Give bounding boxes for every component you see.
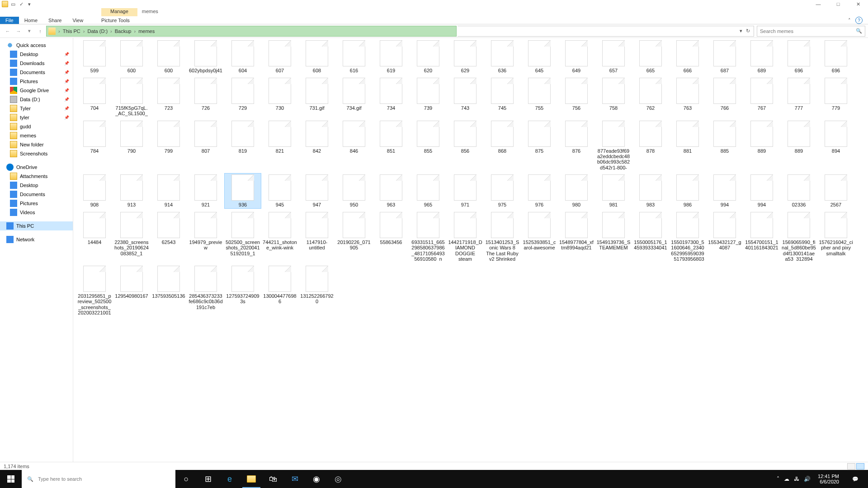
file-item[interactable]: 620 [410,39,447,75]
view-tab[interactable]: View [67,17,89,24]
sidebar-item-screenshots[interactable]: Screenshots [0,149,73,158]
file-item[interactable]: 1300044776986 [261,264,298,316]
onedrive-tray-icon[interactable]: ☁ [784,476,789,482]
file-item[interactable]: 855 [410,119,447,171]
file-item[interactable]: 975 [484,173,521,209]
file-item[interactable]: 766 [706,76,743,117]
file-item[interactable]: 657 [595,39,632,75]
file-item[interactable]: 723 [150,76,187,117]
chevron-right-icon[interactable]: › [109,28,113,34]
file-item[interactable]: 730 [261,76,298,117]
help-icon[interactable]: ? [855,17,863,24]
file-item[interactable]: 604 [224,39,261,75]
file-item[interactable]: 983 [632,173,669,209]
file-item[interactable]: 729 [224,76,261,117]
address-dropdown-icon[interactable]: ▾ [738,28,744,34]
file-item[interactable]: 665 [632,39,669,75]
sidebar-item-memes[interactable]: memes [0,131,73,140]
sidebar-item-quick-access[interactable]: Quick access [0,41,73,50]
breadcrumb-thispc[interactable]: This PC [63,28,80,34]
file-item[interactable]: 1513401253_Sonic Wars 8 The Last Ruby v2… [484,211,521,263]
file-item[interactable]: 645 [521,39,558,75]
file-item[interactable]: 965 [410,173,447,209]
file-item[interactable]: 704 [76,76,113,117]
qat-newfolder-icon[interactable]: ✓ [18,1,24,7]
file-item[interactable]: 994 [743,173,780,209]
file-item[interactable]: 600 [113,39,150,75]
file-item[interactable]: 981 [595,173,632,209]
file-item[interactable]: 696 [780,39,817,75]
sidebar-item-network[interactable]: Network [0,235,73,244]
file-item[interactable]: 744211_shotone_wink-wink [261,211,298,263]
file-item[interactable]: 1312522667920 [298,264,335,316]
file-item[interactable]: 889 [780,119,817,171]
sidebar-item-google-drive[interactable]: Google Drive📌 [0,86,73,95]
file-item[interactable]: 649 [558,39,595,75]
file-item[interactable]: 921 [187,173,224,209]
file-item[interactable]: 908 [76,173,113,209]
file-item[interactable]: 1549139736_STEAMEMEM [595,211,632,263]
file-item[interactable]: 734 [373,76,410,117]
file-item[interactable]: 20190226_071905 [335,211,373,263]
share-tab[interactable]: Share [43,17,67,24]
qat-dropdown-icon[interactable]: ▾ [26,1,33,7]
file-item[interactable]: 963 [373,173,410,209]
sidebar-item-tyler[interactable]: Tyler📌 [0,104,73,113]
sidebar-item-tyler[interactable]: tyler📌 [0,113,73,122]
file-item[interactable]: 986 [669,173,706,209]
view-details-button[interactable] [847,463,855,469]
file-item[interactable]: 777 [780,76,817,117]
file-item[interactable]: 856 [447,119,484,171]
file-item[interactable]: 821 [261,119,298,171]
file-item[interactable]: 743 [447,76,484,117]
home-tab[interactable]: Home [19,17,43,24]
file-item[interactable]: 129540980167 [113,264,150,316]
file-item[interactable]: 807 [187,119,224,171]
file-item[interactable]: 734.gif [335,76,373,117]
breadcrumb-backup[interactable]: Backup [115,28,132,34]
breadcrumb-memes[interactable]: memes [138,28,155,34]
address-refresh-icon[interactable]: ↻ [744,28,752,34]
file-item[interactable]: 947 [298,173,335,209]
file-item[interactable]: 14484 [76,211,113,263]
file-item[interactable]: 799 [150,119,187,171]
sidebar-item-pictures[interactable]: Pictures [0,199,73,208]
network-tray-icon[interactable]: 🖧 [794,476,799,482]
chevron-right-icon[interactable]: › [57,28,61,34]
address-bar-tail[interactable]: ▾ ↻ [458,26,754,37]
close-button[interactable]: ✕ [850,0,866,8]
file-item[interactable]: 756 [558,76,595,117]
file-item[interactable]: 1548977804_xftm8994aqd21 [558,211,595,263]
file-item[interactable]: 1275937249093s [224,264,261,316]
nav-forward-button[interactable]: → [14,26,24,36]
file-item[interactable]: 285436373233fe686c9c0b36d191c7eb [187,264,224,316]
microsoft-store-icon[interactable]: 🛍 [262,470,284,488]
taskbar-search-input[interactable]: 🔍 Type here to search [22,470,175,488]
file-item[interactable]: 1553432127_g4087 [706,211,743,263]
file-item[interactable]: 502500_screenshots_20200415192019_1 [224,211,261,263]
chevron-right-icon[interactable]: › [82,28,86,34]
file-item[interactable]: 1576216042_cipher and pixy smalltalk [817,211,854,263]
file-tab[interactable]: File [0,17,19,24]
ribbon-expand-icon[interactable]: ˄ [848,18,851,23]
sidebar-item-data-d-[interactable]: Data (D:)📌 [0,95,73,104]
file-item[interactable]: 731.gif [298,76,335,117]
task-view-icon[interactable]: ⊞ [197,470,219,488]
file-item[interactable]: 715fK5pG7qL._AC_SL1500_ [113,76,150,117]
file-item[interactable]: 1550197300_51600646_2340652995959039_517… [669,211,706,263]
file-item[interactable]: 2567 [817,173,854,209]
file-item[interactable]: 726 [187,76,224,117]
file-item[interactable]: 980 [558,173,595,209]
sidebar-item-new-folder[interactable]: New folder [0,140,73,149]
sidebar-item-desktop[interactable]: Desktop📌 [0,50,73,59]
file-item[interactable]: 02336 [780,173,817,209]
file-item[interactable]: 945 [261,173,298,209]
qat-properties-icon[interactable]: ▭ [10,1,16,7]
file-list[interactable]: 599600600602ybpdsy0j41604607608616619620… [73,38,868,462]
file-item[interactable]: 976 [521,173,558,209]
sidebar-item-downloads[interactable]: Downloads📌 [0,59,73,68]
file-item[interactable]: 758 [595,76,632,117]
chrome-icon[interactable]: ◉ [306,470,327,488]
file-item[interactable]: 762 [632,76,669,117]
manage-context-tab[interactable]: Manage [101,8,137,16]
